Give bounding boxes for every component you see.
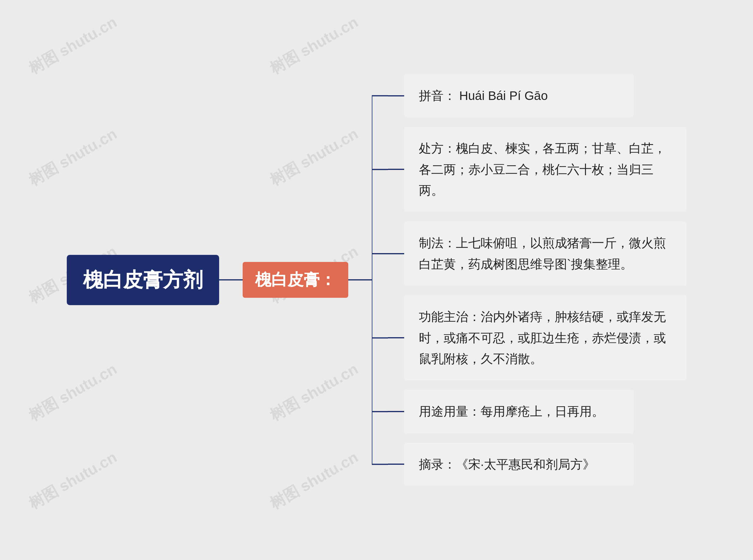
branch-row-preparation: 制法：上七味俯咀，以煎成猪膏一斤，微火煎白芷黄，药成树图思维导图`搜集整理。 xyxy=(388,221,687,286)
branch-card-source: 摘录：《宋·太平惠民和剂局方》 xyxy=(404,443,634,486)
branch-connector-source xyxy=(388,464,404,465)
branch-card-usage: 用途用量：每用摩疮上，日再用。 xyxy=(404,390,634,433)
bracket-branches: 拼音： Huái Bái Pí Gāo 处方：槐白皮、楝实，各五两；甘草、白芷，… xyxy=(372,74,687,486)
connector-sub-to-bracket xyxy=(348,279,372,280)
branch-connector-preparation xyxy=(388,253,404,254)
branch-row-function: 功能主治：治内外诸痔，肿核结硬，或痒发无时，或痛不可忍，或肛边生疮，赤烂侵渍，或… xyxy=(388,295,687,380)
branch-connector-usage xyxy=(388,411,404,412)
branches-column: 拼音： Huái Bái Pí Gāo 处方：槐白皮、楝实，各五两；甘草、白芷，… xyxy=(388,74,687,486)
branch-row-usage: 用途用量：每用摩疮上，日再用。 xyxy=(388,390,687,433)
watermark-2: 树图 shutu.cn xyxy=(266,12,362,79)
branch-row-prescription: 处方：槐白皮、楝实，各五两；甘草、白芷，各二两；赤小豆二合，桃仁六十枚；当归三两… xyxy=(388,127,687,212)
branch-row-source: 摘录：《宋·太平惠民和剂局方》 xyxy=(388,443,687,486)
branch-row-pinyin: 拼音： Huái Bái Pí Gāo xyxy=(388,74,687,117)
branch-card-function: 功能主治：治内外诸痔，肿核结硬，或痒发无时，或痛不可忍，或肛边生疮，赤烂侵渍，或… xyxy=(404,295,687,380)
branch-connector-function xyxy=(388,337,404,338)
watermark-1: 树图 shutu.cn xyxy=(25,12,121,79)
branch-card-prescription: 处方：槐白皮、楝实，各五两；甘草、白芷，各二两；赤小豆二合，桃仁六十枚；当归三两… xyxy=(404,127,687,212)
branch-card-preparation: 制法：上七味俯咀，以煎成猪膏一斤，微火煎白芷黄，药成树图思维导图`搜集整理。 xyxy=(404,221,687,286)
branch-connector-prescription xyxy=(388,169,404,170)
branch-connector-pinyin xyxy=(388,95,404,96)
main-title: 槐白皮膏方剂 xyxy=(67,255,219,305)
mind-map: 槐白皮膏方剂 槐白皮膏： 拼音： Huái Bái Pí Gāo xyxy=(67,74,687,486)
branch-card-pinyin: 拼音： Huái Bái Pí Gāo xyxy=(404,74,634,117)
connector-main-to-sub xyxy=(219,279,243,280)
sub-node: 槐白皮膏： xyxy=(243,262,348,298)
bracket-svg xyxy=(372,74,388,486)
